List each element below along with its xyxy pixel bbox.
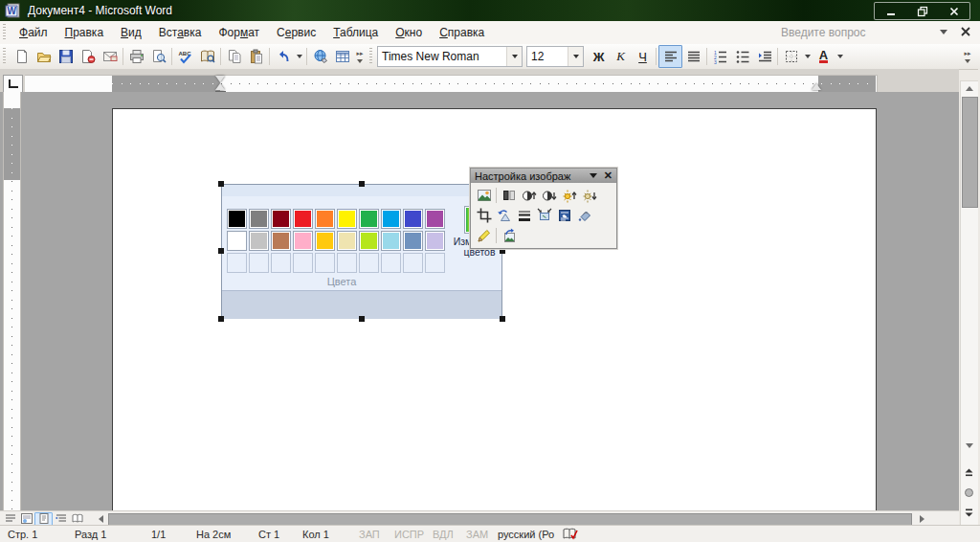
less-brightness-button[interactable] xyxy=(579,186,599,205)
scroll-left-button[interactable] xyxy=(94,513,107,524)
menu-item-5[interactable]: Формат xyxy=(210,22,268,43)
color-swatch[interactable] xyxy=(249,231,269,251)
reading-view-button[interactable] xyxy=(69,512,85,525)
restore-button[interactable] xyxy=(906,3,938,19)
vertical-scrollbar[interactable] xyxy=(960,80,980,527)
menu-item-8[interactable]: Окно xyxy=(387,22,431,43)
color-button[interactable] xyxy=(499,186,519,205)
bold-button[interactable]: Ж xyxy=(588,46,610,67)
empty-color-slot[interactable] xyxy=(337,253,357,273)
undo-dropdown-icon[interactable] xyxy=(294,46,304,67)
permission-button[interactable] xyxy=(77,46,99,67)
font-size-dropdown-icon[interactable] xyxy=(568,47,583,66)
insert-picture-button[interactable] xyxy=(474,186,494,205)
picture-toolbar-titlebar[interactable]: Настройка изображ ✕ xyxy=(471,169,616,183)
vertical-ruler[interactable] xyxy=(3,92,21,510)
color-swatch[interactable] xyxy=(425,231,445,251)
question-dropdown-icon[interactable] xyxy=(940,30,947,34)
scroll-up-button[interactable] xyxy=(962,81,976,96)
empty-color-slot[interactable] xyxy=(425,253,445,273)
undo-button[interactable] xyxy=(272,46,294,67)
menu-item-7[interactable]: Таблица xyxy=(324,22,387,43)
empty-color-slot[interactable] xyxy=(359,253,379,273)
print-preview-button[interactable] xyxy=(147,46,169,67)
format-picture-button[interactable] xyxy=(574,206,594,225)
color-swatch[interactable] xyxy=(271,231,291,251)
reset-picture-button[interactable] xyxy=(499,226,519,245)
menu-item-2[interactable]: Правка xyxy=(56,22,113,43)
font-color-dropdown-icon[interactable] xyxy=(835,46,845,67)
normal-view-button[interactable] xyxy=(2,512,18,525)
menu-grip[interactable] xyxy=(3,24,6,41)
color-swatch[interactable] xyxy=(381,231,401,251)
close-button[interactable] xyxy=(938,3,969,19)
selection-handle-se[interactable] xyxy=(500,316,505,322)
insert-hyperlink-button[interactable] xyxy=(309,46,331,67)
color-swatch[interactable] xyxy=(425,209,445,229)
web-layout-view-button[interactable] xyxy=(18,512,34,525)
outside-border-button[interactable] xyxy=(780,46,802,67)
font-size-combo[interactable]: 12 xyxy=(526,46,584,67)
standard-toolbar-options-button[interactable]: ▸▸ xyxy=(353,45,367,68)
menu-item-1[interactable]: Файл xyxy=(11,22,56,43)
insert-table-button[interactable] xyxy=(331,46,353,67)
outline-view-button[interactable] xyxy=(53,512,69,525)
line-style-button[interactable] xyxy=(514,206,534,225)
increase-indent-button[interactable] xyxy=(753,46,775,67)
standard-toolbar-grip[interactable] xyxy=(3,48,6,65)
minimize-button[interactable] xyxy=(875,3,906,19)
selection-handle-s[interactable] xyxy=(359,316,365,322)
color-swatch[interactable] xyxy=(381,209,401,229)
text-wrapping-button[interactable] xyxy=(554,206,574,225)
empty-color-slot[interactable] xyxy=(271,253,291,273)
bulleted-list-button[interactable] xyxy=(731,46,753,67)
selection-handle-nw[interactable] xyxy=(218,181,224,187)
empty-color-slot[interactable] xyxy=(315,253,335,273)
menu-item-4[interactable]: Вставка xyxy=(150,22,211,43)
picture-toolbar-close-icon[interactable]: ✕ xyxy=(604,170,612,181)
vertical-scroll-thumb[interactable] xyxy=(962,97,978,208)
menu-item-3[interactable]: Вид xyxy=(112,22,150,43)
formatting-toolbar-grip[interactable] xyxy=(369,48,372,65)
empty-color-slot[interactable] xyxy=(381,253,401,273)
color-swatch[interactable] xyxy=(227,231,247,251)
color-swatch[interactable] xyxy=(403,209,423,229)
formatting-toolbar-options-button[interactable]: ▸▸ xyxy=(961,45,974,68)
compress-pictures-button[interactable] xyxy=(534,206,554,225)
color-swatch[interactable] xyxy=(359,209,379,229)
italic-button[interactable]: К xyxy=(610,46,632,67)
scroll-right-button[interactable] xyxy=(915,513,928,524)
new-document-button[interactable] xyxy=(11,46,33,67)
research-button[interactable] xyxy=(196,46,218,67)
open-folder-button[interactable] xyxy=(33,46,55,67)
tab-stop-selector[interactable] xyxy=(3,75,23,93)
print-layout-view-button[interactable] xyxy=(34,512,53,526)
scroll-down-button[interactable] xyxy=(962,439,976,453)
save-button[interactable] xyxy=(55,46,77,67)
right-indent-marker[interactable] xyxy=(812,83,821,90)
horizontal-ruler[interactable] xyxy=(25,75,878,93)
next-page-button[interactable] xyxy=(962,505,976,519)
selection-handle-sw[interactable] xyxy=(218,316,224,322)
numbered-list-button[interactable]: 123 xyxy=(709,46,731,67)
color-swatch[interactable] xyxy=(271,209,291,229)
status-mode-item[interactable]: ЗАМ xyxy=(466,529,488,540)
color-swatch[interactable] xyxy=(227,209,247,229)
print-button[interactable] xyxy=(125,46,147,67)
color-swatch[interactable] xyxy=(315,231,335,251)
set-transparent-color-button[interactable] xyxy=(474,226,494,245)
selection-handle-n[interactable] xyxy=(359,181,365,187)
font-color-button[interactable]: А xyxy=(813,46,835,67)
copy-button[interactable] xyxy=(223,46,245,67)
crop-button[interactable] xyxy=(474,206,494,225)
mail-button[interactable] xyxy=(99,46,121,67)
spelling-status-icon[interactable] xyxy=(563,528,579,542)
more-brightness-button[interactable] xyxy=(559,186,579,205)
status-mode-item[interactable]: ИСПР xyxy=(394,529,424,540)
empty-color-slot[interactable] xyxy=(403,253,423,273)
first-line-indent-marker[interactable] xyxy=(215,76,225,82)
selection-handle-w[interactable] xyxy=(218,248,224,254)
status-mode-item[interactable]: ЗАП xyxy=(359,529,380,540)
font-name-dropdown-icon[interactable] xyxy=(506,47,522,66)
borders-dropdown-icon[interactable] xyxy=(802,46,813,67)
